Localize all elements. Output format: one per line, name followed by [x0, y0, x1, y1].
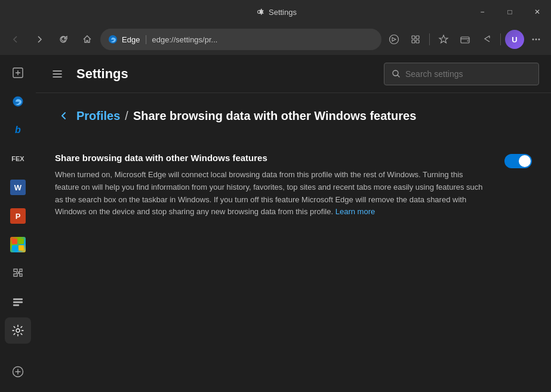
sidebar-discover-button[interactable]: [5, 60, 31, 86]
sidebar-powerpoint-button[interactable]: P: [5, 203, 31, 229]
search-input[interactable]: [405, 69, 531, 79]
sidebar-edge-button[interactable]: [5, 88, 31, 115]
setting-card: Share browsing data with other Windows f…: [55, 141, 532, 230]
wallet-icon[interactable]: [455, 29, 475, 50]
breadcrumb: Profiles / Share browsing data with othe…: [55, 107, 532, 124]
svg-rect-2: [412, 36, 415, 39]
svg-rect-15: [13, 304, 19, 306]
share-icon[interactable]: [476, 29, 497, 50]
svg-rect-4: [412, 40, 415, 43]
breadcrumb-separator: /: [125, 109, 128, 123]
address-bar[interactable]: Edge | edge://settings/pr...: [100, 29, 381, 50]
sidebar-extensions-button[interactable]: [5, 260, 31, 286]
svg-point-1: [390, 35, 399, 44]
maximize-button[interactable]: □: [496, 0, 524, 24]
svg-point-7: [467, 41, 469, 42]
svg-rect-6: [461, 37, 469, 43]
search-icon: [392, 69, 401, 78]
sidebar-apps-button[interactable]: [5, 232, 31, 258]
nav-bar: Edge | edge://settings/pr... U: [0, 24, 551, 55]
read-aloud-icon[interactable]: [384, 29, 404, 50]
search-box[interactable]: [384, 63, 539, 85]
setting-card-title: Share browsing data with other Windows f…: [55, 153, 490, 163]
more-options-button[interactable]: [526, 29, 546, 50]
main-wrapper: b FEX W P: [0, 55, 551, 392]
settings-title-icon: [254, 7, 264, 17]
back-button[interactable]: [5, 29, 26, 50]
sidebar-bing-button[interactable]: b: [5, 117, 31, 143]
refresh-button[interactable]: [53, 29, 74, 50]
sidebar-word-button[interactable]: W: [5, 174, 31, 200]
hamburger-button[interactable]: [48, 64, 67, 84]
breadcrumb-profiles-link[interactable]: Profiles: [76, 109, 120, 123]
title-bar: Settings − □ ✕: [0, 0, 551, 24]
title-bar-controls: − □ ✕: [469, 0, 551, 24]
sidebar-icons: b FEX W P: [0, 55, 36, 392]
user-avatar: U: [505, 30, 524, 49]
svg-rect-14: [13, 301, 23, 303]
favorites-icon[interactable]: [433, 29, 454, 50]
sidebar-settings-button[interactable]: [5, 317, 31, 344]
svg-point-8: [532, 39, 534, 41]
svg-point-10: [538, 39, 540, 41]
sidebar-add-button[interactable]: [5, 359, 31, 385]
settings-content: Profiles / Share browsing data with othe…: [36, 93, 551, 392]
sidebar-history-button[interactable]: [5, 289, 31, 315]
settings-page-title: Settings: [76, 66, 374, 82]
address-bar-url: edge://settings/pr...: [152, 35, 218, 44]
settings-header: Settings: [36, 55, 551, 93]
close-button[interactable]: ✕: [524, 0, 551, 24]
share-browsing-toggle[interactable]: [504, 154, 532, 168]
home-button[interactable]: [76, 29, 98, 50]
toolbar-divider-2: [500, 33, 501, 45]
forward-button[interactable]: [29, 29, 50, 50]
title-bar-text: Settings: [269, 8, 297, 17]
svg-rect-3: [416, 36, 419, 39]
address-bar-brand: Edge: [122, 35, 140, 44]
svg-rect-13: [13, 298, 23, 300]
svg-rect-5: [416, 40, 419, 43]
breadcrumb-back-button[interactable]: [55, 107, 72, 124]
edge-logo-icon: [107, 34, 118, 45]
settings-panel: Settings Profiles / Share browsing data …: [36, 55, 551, 392]
learn-more-link[interactable]: Learn more: [335, 207, 375, 216]
svg-point-16: [16, 329, 20, 332]
svg-point-9: [535, 39, 537, 41]
toolbar-icons: U: [384, 29, 546, 50]
setting-card-description: When turned on, Microsoft Edge will conn…: [55, 169, 485, 218]
extensions-icon[interactable]: [405, 29, 426, 50]
breadcrumb-current-page: Share browsing data with other Windows f…: [133, 109, 416, 123]
setting-card-content: Share browsing data with other Windows f…: [55, 153, 490, 218]
avatar-button[interactable]: U: [504, 29, 525, 50]
toolbar-divider: [429, 33, 430, 45]
minimize-button[interactable]: −: [469, 0, 496, 24]
sidebar-fx-button[interactable]: FEX: [5, 146, 31, 172]
